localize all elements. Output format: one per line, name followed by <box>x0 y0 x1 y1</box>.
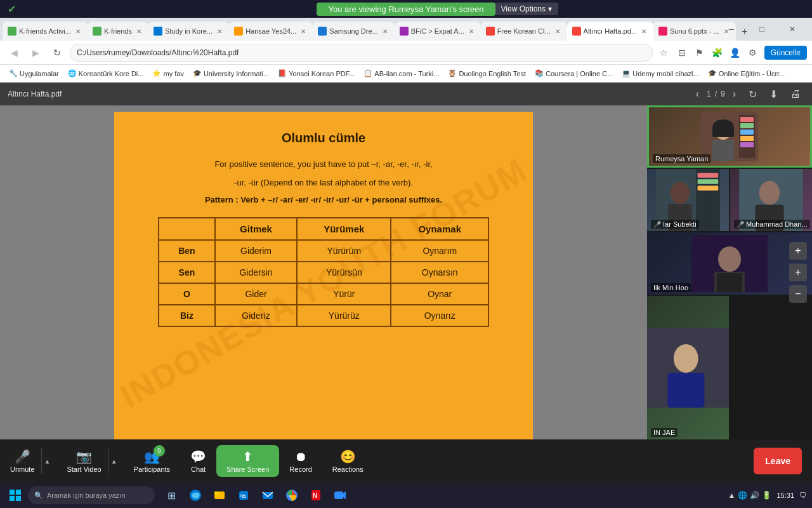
bookmark-myfav[interactable]: ⭐ my fav <box>148 68 187 79</box>
pdf-prev-page[interactable]: ‹ <box>692 87 703 101</box>
tray-network-icon[interactable]: 🌐 <box>738 491 747 500</box>
tab-close-icon[interactable]: ✕ <box>553 27 562 36</box>
tab-samsung[interactable]: Samsung Dre... ✕ <box>313 22 394 41</box>
bookmark-coursera[interactable]: 📚 Coursera | Online C... <box>531 68 617 79</box>
collections-icon[interactable]: ⊟ <box>674 45 690 60</box>
settings-icon[interactable]: ⚙ <box>745 45 761 60</box>
back-button[interactable]: ◀ <box>5 44 23 62</box>
forward-button[interactable]: ▶ <box>27 44 44 62</box>
tab-k-friends[interactable]: K-friends ✕ <box>88 22 148 41</box>
tab-close-icon[interactable]: ✕ <box>299 27 308 36</box>
video-grid: Rumeysa Yaman <box>647 105 812 439</box>
bookmark-label: Udemy mobil cihazl... <box>632 70 699 77</box>
star-icon[interactable]: ☆ <box>657 45 672 60</box>
pdf-download-icon[interactable]: ⬇ <box>766 87 782 102</box>
zoom-in-speaker-button[interactable]: + <box>789 242 807 260</box>
extensions-icon[interactable]: 🧩 <box>710 45 725 60</box>
bookmark-koreanturk[interactable]: 🌐 Koreantürk Kore Di... <box>64 68 148 79</box>
zoom-minus-button[interactable]: − <box>789 285 807 303</box>
pdf-refresh-icon[interactable]: ↻ <box>745 87 761 102</box>
taskbar-app-netflix[interactable]: N <box>304 484 327 507</box>
tab-bfic[interactable]: BFiC > Expat A... ✕ <box>395 22 481 41</box>
tab-close-icon[interactable]: ✕ <box>215 27 224 36</box>
profile-icon[interactable]: 👤 <box>728 45 743 60</box>
tab-close-icon[interactable]: ✕ <box>467 27 476 36</box>
video-cell-injae[interactable]: IN JAE <box>647 296 729 439</box>
bookmark-online-egitim[interactable]: 🎓 Online Eğitim - Ücrr... <box>704 68 789 79</box>
tray-up-arrow[interactable]: ▲ <box>728 491 736 500</box>
notification-icon[interactable]: 🗨 <box>799 491 807 500</box>
address-input[interactable] <box>70 44 653 62</box>
svg-rect-14 <box>698 173 719 178</box>
tab-label: K-friends <box>104 27 132 35</box>
pdf-print-icon[interactable]: 🖨 <box>787 87 804 101</box>
bookmark-yonsei[interactable]: 📕 Yonsei Korean PDF... <box>274 68 358 79</box>
table-cell-pronoun: Ben <box>159 240 215 262</box>
update-button[interactable]: Güncelle <box>764 46 807 60</box>
share-screen-button[interactable]: ⬆ Share Screen <box>216 445 279 477</box>
taskbar-search[interactable]: 🔍 Aramak için buraya yazın <box>28 486 155 504</box>
close-button[interactable]: ✕ <box>778 20 807 38</box>
taskbar-app-store[interactable]: 🛍 <box>232 484 255 507</box>
tab-close-icon[interactable]: ✕ <box>134 27 143 36</box>
bookmark-udemy[interactable]: 💻 Udemy mobil cihazl... <box>618 68 703 79</box>
tab-k-friends-activi[interactable]: K-friends Activi... ✕ <box>3 22 88 41</box>
minimize-button[interactable]: ─ <box>717 20 746 38</box>
browser-container: K-friends Activi... ✕ K-friends ✕ Study … <box>0 18 812 439</box>
taskbar-app-explorer[interactable] <box>208 484 231 507</box>
unmute-caret-button[interactable]: ▲ <box>41 448 53 474</box>
svg-rect-6 <box>740 136 754 141</box>
reactions-button[interactable]: 😊 Reactions <box>322 445 374 477</box>
maximize-button[interactable]: □ <box>747 20 776 38</box>
start-video-button[interactable]: 📷 Start Video ▲ <box>56 445 123 477</box>
bookmark-duolingo[interactable]: 🦉 Duolingo English Test <box>444 68 530 79</box>
participants-button[interactable]: 👥 9 Participants <box>124 445 180 477</box>
tab-favicon <box>486 27 495 36</box>
zoom-add-button[interactable]: + <box>789 264 807 281</box>
unmute-button[interactable]: 🎤 Unmute ▲ <box>0 445 56 477</box>
bookmark-label: my fav <box>163 70 183 77</box>
svg-rect-15 <box>698 179 719 184</box>
table-cell-pronoun: Sen <box>159 262 215 283</box>
windows-start-button[interactable] <box>5 485 25 505</box>
bookmark-university[interactable]: 🎓 University Informati... <box>189 68 273 79</box>
tab-label: Sunu 6.pptx - ... <box>670 27 719 35</box>
feedback-icon[interactable]: ⚑ <box>692 45 707 60</box>
video-caret-button[interactable]: ▲ <box>108 448 120 474</box>
taskbar-app-chrome[interactable] <box>280 484 303 507</box>
view-options-label: View Options <box>501 4 546 13</box>
tab-close-icon[interactable]: ✕ <box>639 27 648 36</box>
tray-battery-icon[interactable]: 🔋 <box>762 491 771 500</box>
video-cell-rumeysa[interactable]: Rumeysa Yaman <box>647 105 812 168</box>
taskbar-app-zoom[interactable] <box>329 484 351 507</box>
pdf-page-nav: ‹ 1 / 9 › <box>692 87 740 101</box>
tab-hansae[interactable]: Hansae Yes24... ✕ <box>229 22 313 41</box>
taskbar-app-edge[interactable] <box>184 484 207 507</box>
tray-volume-icon[interactable]: 🔊 <box>750 491 759 500</box>
table-cell-yurumek: Yürürüm <box>297 240 391 262</box>
video-cell-iar[interactable]: 🎤 Iar Subekti <box>647 169 729 231</box>
leave-button[interactable]: Leave <box>754 448 802 474</box>
tab-free-korean[interactable]: Free Korean Cl... ✕ <box>481 22 567 41</box>
participants-label: Participants <box>134 465 170 473</box>
chat-button[interactable]: 💬 Chat <box>180 445 216 477</box>
zoom-bottom-bar: 🎤 Unmute ▲ 📷 Start Video ▲ <box>0 439 812 483</box>
tab-close-icon[interactable]: ✕ <box>74 27 82 36</box>
pdf-next-page[interactable]: › <box>729 87 740 101</box>
view-options-button[interactable]: View Options ▾ <box>495 3 558 15</box>
system-clock[interactable]: 15:31 <box>776 491 794 499</box>
video-cell-iikmin[interactable]: Iik Min Hoo <box>647 232 812 295</box>
video-cell-muhammad[interactable]: 🎤 Muhammad Dhan... <box>730 169 812 231</box>
muted-icon: 🎤 <box>737 221 744 228</box>
taskbar-app-task-view[interactable]: ⊞ <box>160 484 183 507</box>
tab-altinci-hafta[interactable]: Altıncı Hafta.pd... ✕ <box>567 22 653 41</box>
reload-button[interactable]: ↻ <box>48 44 66 62</box>
tab-close-icon[interactable]: ✕ <box>381 27 390 36</box>
bookmark-uygulamalar[interactable]: 🔧 Uygulamalar <box>5 68 63 79</box>
record-button[interactable]: ⏺ Record <box>279 446 322 477</box>
zoom-btn-group-left: 🎤 Unmute ▲ 📷 Start Video ▲ <box>0 439 374 483</box>
tab-study-korea[interactable]: Study in Kore... ✕ <box>148 22 229 41</box>
pdf-area[interactable]: INDONESIA YOUTH FORUM Olumlu cümle For p… <box>0 105 647 439</box>
taskbar-app-mail[interactable] <box>256 484 279 507</box>
bookmark-abilan[interactable]: 📋 AB-ilan.com - Turki... <box>360 68 443 79</box>
